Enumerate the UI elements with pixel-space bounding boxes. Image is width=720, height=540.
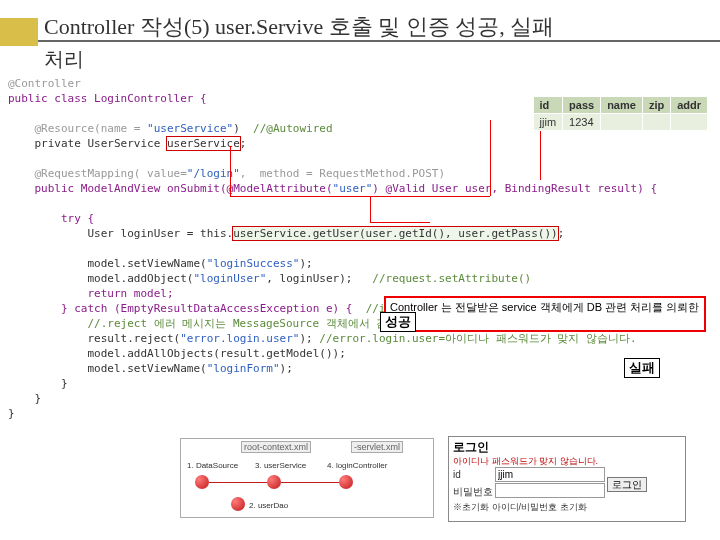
diagram-edge	[281, 482, 339, 483]
code-line-6: public ModelAndView onSubmit(@ModelAttri…	[8, 182, 657, 195]
diagram-file-2: -servlet.xml	[351, 441, 403, 453]
cell-addr	[671, 114, 708, 131]
code-line-2: public class LoginController {	[8, 92, 207, 105]
node-userdao-icon	[231, 497, 245, 511]
success-badge: 성공	[380, 312, 416, 332]
col-zip: zip	[642, 97, 670, 114]
callout-box: Controller 는 전달받은 service 객체에게 DB 관련 처리를…	[384, 296, 706, 332]
title-sub: user.Servive 호출 및 인증 성공, 실패	[210, 14, 555, 39]
code-line-14: result.reject("error.login.user"); //err…	[8, 332, 637, 345]
subtitle: 처리	[44, 46, 84, 73]
code-line-1: @Controller	[8, 77, 81, 90]
annotation-line	[490, 120, 491, 196]
title-bar: Controller 작성(5) user.Servive 호출 및 인증 성공…	[0, 12, 720, 56]
context-diagram: root-context.xml -servlet.xml 1. DataSou…	[180, 438, 434, 518]
node-userservice-label: 3. userService	[255, 461, 306, 470]
db-table-header-row: id pass name zip addr	[533, 97, 707, 114]
cell-pass: 1234	[563, 114, 601, 131]
login-id-input[interactable]	[495, 467, 605, 482]
db-table: id pass name zip addr jjim 1234	[533, 96, 708, 131]
login-button[interactable]: 로그인	[607, 477, 647, 492]
fail-badge: 실패	[624, 358, 660, 378]
node-userservice-icon	[267, 475, 281, 489]
annotation-line	[230, 196, 490, 197]
slide: Controller 작성(5) user.Servive 호출 및 인증 성공…	[0, 0, 720, 540]
node-datasource-label: 1. DataSource	[187, 461, 238, 470]
code-line-10: model.addObject("loginUser", loginUser);…	[8, 272, 531, 285]
cell-name	[601, 114, 643, 131]
col-addr: addr	[671, 97, 708, 114]
title-underline	[38, 40, 720, 42]
code-line-9: model.setViewName("loginSuccess");	[8, 257, 313, 270]
db-table-row: jjim 1234	[533, 114, 707, 131]
code-line-4: private UserService userService;	[8, 137, 246, 150]
col-pass: pass	[563, 97, 601, 114]
diagram-edge	[209, 482, 267, 483]
code-line-18: }	[8, 392, 41, 405]
code-line-19: }	[8, 407, 15, 420]
code-line-3: @Resource(name = "userService") //@Autow…	[8, 122, 333, 135]
login-pw-label: 비밀번호	[453, 485, 493, 499]
login-pw-input[interactable]	[495, 483, 605, 498]
diagram-file-1: root-context.xml	[241, 441, 311, 453]
code-line-7: try {	[8, 212, 94, 225]
login-form: 로그인 아이디나 패스워드가 맞지 않습니다. id 비밀번호 로그인 ※초기화…	[448, 436, 686, 522]
annotation-line	[370, 222, 430, 223]
code-line-16: model.setViewName("loginForm");	[8, 362, 293, 375]
title-main: Controller 작성(5)	[44, 14, 210, 39]
node-userdao-label: 2. userDao	[249, 501, 288, 510]
annotation-line	[230, 146, 231, 196]
col-id: id	[533, 97, 563, 114]
cell-id: jjim	[533, 114, 563, 131]
node-controller-label: 4. loginController	[327, 461, 387, 470]
annotation-line	[370, 196, 371, 222]
login-title: 로그인	[453, 439, 489, 456]
accent-block	[0, 18, 38, 46]
login-id-label: id	[453, 469, 461, 480]
login-hint: ※초기화 아이디/비밀번호 초기화	[453, 501, 587, 514]
node-datasource-icon	[195, 475, 209, 489]
code-line-15: model.addAllObjects(result.getModel());	[8, 347, 346, 360]
code-line-11: return model;	[8, 287, 174, 300]
page-title: Controller 작성(5) user.Servive 호출 및 인증 성공…	[44, 12, 554, 42]
code-line-5: @RequestMapping( value="/login", method …	[8, 167, 445, 180]
cell-zip	[642, 114, 670, 131]
col-name: name	[601, 97, 643, 114]
code-line-8: User loginUser = this.userService.getUse…	[8, 227, 564, 240]
node-controller-icon	[339, 475, 353, 489]
code-line-17: }	[8, 377, 68, 390]
